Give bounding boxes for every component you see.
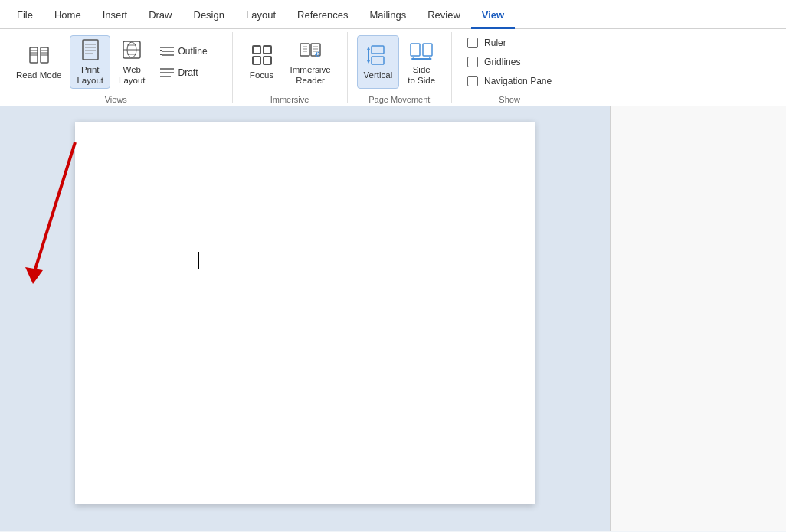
side-to-side-label: Sideto Side bbox=[408, 65, 435, 86]
immersive-reader-label: ImmersiveReader bbox=[290, 65, 331, 86]
print-layout-button[interactable]: PrintLayout bbox=[70, 35, 110, 89]
tab-view[interactable]: View bbox=[471, 3, 515, 29]
document-page[interactable] bbox=[75, 122, 535, 504]
tab-references[interactable]: References bbox=[287, 3, 359, 29]
web-layout-button[interactable]: WebLayout bbox=[112, 35, 152, 89]
checkboxes-container: Ruler Gridlines Navigation Pane bbox=[461, 35, 558, 89]
svg-rect-8 bbox=[83, 40, 98, 60]
svg-rect-21 bbox=[160, 50, 162, 51]
navigation-pane-label: Navigation Pane bbox=[484, 76, 552, 86]
text-cursor bbox=[198, 252, 199, 269]
ruler-label: Ruler bbox=[484, 38, 506, 48]
print-layout-icon bbox=[78, 38, 103, 62]
vertical-label: Vertical bbox=[364, 70, 393, 81]
page-movement-items: Vertical bbox=[357, 32, 443, 92]
draft-icon bbox=[160, 67, 174, 79]
tab-layout[interactable]: Layout bbox=[235, 3, 287, 29]
svg-marker-50 bbox=[411, 57, 414, 60]
navigation-pane-checkbox-item[interactable]: Navigation Pane bbox=[461, 73, 558, 89]
svg-marker-45 bbox=[367, 47, 370, 50]
tab-file[interactable]: File bbox=[6, 3, 44, 29]
gridlines-label: Gridlines bbox=[484, 57, 520, 67]
read-mode-button[interactable]: Read Mode bbox=[9, 35, 68, 89]
show-items: Ruler Gridlines Navigation Pane bbox=[461, 32, 558, 92]
svg-rect-28 bbox=[253, 57, 260, 64]
immersive-reader-icon bbox=[298, 38, 323, 62]
side-to-side-icon bbox=[409, 38, 434, 62]
stacked-view-buttons: Outline Draft bbox=[154, 35, 223, 89]
tab-mailings[interactable]: Mailings bbox=[359, 3, 418, 29]
draft-label: Draft bbox=[178, 67, 198, 78]
vertical-button[interactable]: Vertical bbox=[357, 35, 400, 89]
web-layout-label: WebLayout bbox=[119, 65, 146, 86]
svg-rect-43 bbox=[372, 57, 384, 64]
immersive-items: Focus bbox=[242, 32, 338, 92]
tab-review[interactable]: Review bbox=[417, 3, 471, 29]
svg-marker-51 bbox=[429, 57, 432, 60]
tab-insert[interactable]: Insert bbox=[92, 3, 139, 29]
views-group-label: Views bbox=[9, 92, 223, 106]
navigation-pane-checkbox[interactable] bbox=[467, 76, 478, 86]
svg-marker-46 bbox=[367, 60, 370, 64]
svg-line-39 bbox=[318, 51, 319, 53]
ribbon-group-page-movement: Vertical bbox=[348, 32, 453, 103]
page-movement-group-label: Page Movement bbox=[357, 92, 443, 106]
tab-bar: File Home Insert Draw Design Layout Refe… bbox=[0, 0, 786, 29]
gridlines-checkbox[interactable] bbox=[467, 57, 478, 67]
svg-rect-30 bbox=[300, 44, 309, 56]
draft-button[interactable]: Draft bbox=[154, 63, 223, 83]
ruler-checkbox-item[interactable]: Ruler bbox=[461, 35, 558, 51]
outline-icon bbox=[160, 45, 174, 57]
read-mode-icon bbox=[27, 43, 51, 67]
tab-home[interactable]: Home bbox=[44, 3, 92, 29]
web-layout-icon bbox=[120, 38, 144, 62]
svg-rect-42 bbox=[372, 46, 384, 54]
svg-rect-48 bbox=[423, 44, 432, 56]
immersive-group-label: Immersive bbox=[242, 92, 338, 106]
print-layout-label: PrintLayout bbox=[77, 65, 103, 86]
vertical-icon bbox=[365, 43, 390, 67]
ribbon: File Home Insert Draw Design Layout Refe… bbox=[0, 0, 786, 106]
side-panel bbox=[610, 106, 786, 531]
ribbon-content: Read Mode PrintLayout bbox=[0, 29, 786, 106]
document-area[interactable] bbox=[0, 106, 610, 531]
focus-label: Focus bbox=[250, 70, 273, 81]
focus-icon bbox=[250, 43, 274, 67]
svg-rect-27 bbox=[264, 46, 271, 54]
svg-rect-47 bbox=[411, 44, 420, 56]
ribbon-group-show: Ruler Gridlines Navigation Pane Show bbox=[452, 32, 567, 103]
outline-label: Outline bbox=[178, 46, 208, 57]
svg-rect-26 bbox=[253, 46, 260, 54]
read-mode-label: Read Mode bbox=[16, 70, 61, 81]
svg-rect-29 bbox=[264, 57, 271, 64]
views-items: Read Mode PrintLayout bbox=[9, 32, 223, 92]
focus-button[interactable]: Focus bbox=[242, 35, 282, 89]
main-area bbox=[0, 106, 786, 531]
ribbon-group-immersive: Focus bbox=[233, 32, 348, 103]
ribbon-group-views: Read Mode PrintLayout bbox=[0, 32, 233, 103]
gridlines-checkbox-item[interactable]: Gridlines bbox=[461, 54, 558, 70]
immersive-reader-button[interactable]: ImmersiveReader bbox=[283, 35, 338, 89]
svg-rect-22 bbox=[160, 54, 162, 55]
side-to-side-button[interactable]: Sideto Side bbox=[401, 35, 442, 89]
tab-design[interactable]: Design bbox=[183, 3, 235, 29]
outline-button[interactable]: Outline bbox=[154, 41, 223, 61]
show-group-label: Show bbox=[461, 92, 558, 106]
tab-draw[interactable]: Draw bbox=[138, 3, 182, 29]
ruler-checkbox[interactable] bbox=[467, 38, 478, 48]
